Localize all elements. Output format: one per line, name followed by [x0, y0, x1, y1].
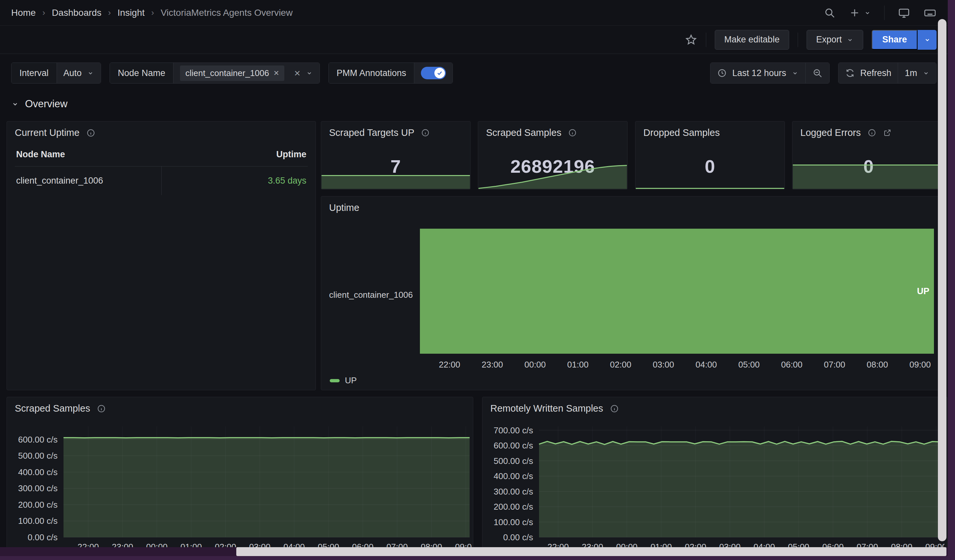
nav-actions [824, 6, 936, 20]
x-tick-label: 09:00 [909, 360, 931, 370]
collapse-chevron-icon [11, 100, 19, 108]
panel-header: Scraped Samples [478, 121, 627, 138]
keyboard-icon[interactable] [924, 6, 936, 19]
refresh-button[interactable]: Refresh [839, 63, 899, 83]
info-icon[interactable] [97, 404, 106, 413]
stat-sparkline [321, 175, 470, 189]
column-node-name[interactable]: Node Name [16, 149, 65, 160]
node-name-variable: Node Name client_container_1006 × × [110, 63, 320, 84]
panel-title: Scraped Samples [486, 127, 561, 138]
panel-header: Scraped Targets UP [321, 121, 470, 138]
clear-selection-icon[interactable]: × [294, 68, 301, 78]
panel-current-uptime: Current Uptime Node Name Uptime client_c… [6, 121, 316, 390]
interval-select[interactable]: Auto [57, 63, 101, 83]
legend-swatch [330, 379, 340, 382]
breadcrumb-dashboards[interactable]: Dashboards [52, 8, 101, 18]
panel-scraped-samples-stat: Scraped Samples 26892196 [478, 121, 628, 189]
export-button[interactable]: Export [806, 30, 863, 50]
horizontal-scrollbar-thumb[interactable] [236, 547, 946, 556]
refresh-interval-value: 1m [905, 68, 917, 78]
make-editable-button[interactable]: Make editable [715, 30, 789, 50]
panel-title: Current Uptime [15, 127, 80, 138]
chevron-down-icon [922, 69, 930, 77]
panel-dropped-samples: Dropped Samples 0 [635, 121, 785, 189]
nav-divider [884, 6, 885, 20]
stat-value: 0 [636, 156, 784, 177]
monitor-icon[interactable] [898, 6, 910, 19]
x-tick-label: 02:00 [610, 360, 631, 370]
svg-text:700.00 c/s: 700.00 c/s [494, 425, 533, 435]
uptime-table: Node Name Uptime client_container_1006 3… [15, 149, 308, 195]
filter-bar: Interval Auto Node Name client_container… [0, 54, 948, 84]
panel-remotely-written-samples: Remotely Written Samples 0.00 c/s100.00 … [482, 397, 947, 556]
x-tick-label: 08:00 [866, 360, 888, 370]
toolbar-divider [706, 33, 706, 47]
breadcrumb-insight[interactable]: Insight [117, 8, 145, 18]
info-icon[interactable] [610, 404, 619, 413]
panel-title: Dropped Samples [643, 127, 720, 138]
interval-variable: Interval Auto [11, 63, 101, 84]
panel-logged-errors: Logged Errors 0 [792, 121, 945, 189]
svg-text:600.00 c/s: 600.00 c/s [494, 441, 533, 451]
node-name-select[interactable]: client_container_1006 × × [174, 63, 319, 83]
external-link-icon[interactable] [883, 128, 892, 137]
toolbar-divider [798, 33, 798, 47]
clock-icon [717, 68, 727, 78]
svg-text:500.00 c/s: 500.00 c/s [18, 451, 58, 461]
node-name-tag[interactable]: client_container_1006 × [180, 66, 284, 81]
uptime-bar[interactable]: UP [420, 229, 934, 354]
time-series-plot[interactable]: 0.00 c/s100.00 c/s200.00 c/s300.00 c/s40… [7, 424, 471, 553]
row-overview-title: Overview [25, 98, 67, 110]
x-tick-label: 00:00 [524, 360, 546, 370]
info-icon[interactable] [421, 128, 430, 137]
info-icon[interactable] [86, 128, 96, 138]
interval-value: Auto [64, 68, 82, 78]
x-tick-label: 05:00 [738, 360, 759, 370]
time-range-value: Last 12 hours [732, 68, 786, 78]
pmm-annotations-toggle[interactable] [421, 67, 446, 79]
legend-item-up[interactable]: UP [330, 375, 357, 386]
panel-header: Logged Errors [792, 121, 945, 138]
x-tick-label: 06:00 [781, 360, 802, 370]
breadcrumb-home[interactable]: Home [11, 8, 36, 18]
panel-header: Dropped Samples [636, 121, 784, 138]
panel-uptime-timeline: Uptime client_container_1006 UP 22:0023:… [321, 196, 945, 390]
info-icon[interactable] [867, 128, 876, 137]
chevron-down-icon [87, 69, 94, 77]
remove-tag-icon[interactable]: × [274, 69, 279, 78]
time-range-picker: Last 12 hours [710, 63, 830, 84]
export-button-label: Export [816, 34, 842, 45]
stat-value: 7 [321, 156, 470, 177]
timeline-x-axis: 22:0023:0000:0001:0002:0003:0004:0005:00… [420, 360, 934, 373]
zoom-out-button[interactable] [806, 63, 829, 83]
vertical-scrollbar-thumb[interactable] [938, 19, 946, 541]
time-series-plot[interactable]: 0.00 c/s100.00 c/s200.00 c/s300.00 c/s40… [482, 424, 944, 553]
panel-scraped-targets-up: Scraped Targets UP 7 [321, 121, 471, 189]
svg-text:400.00 c/s: 400.00 c/s [494, 471, 533, 481]
x-tick-label: 04:00 [695, 360, 717, 370]
search-icon[interactable] [824, 7, 836, 19]
node-name-label: Node Name [110, 63, 174, 83]
add-menu[interactable] [849, 7, 871, 19]
svg-text:400.00 c/s: 400.00 c/s [18, 467, 58, 477]
share-button[interactable]: Share [872, 30, 917, 50]
info-icon[interactable] [568, 128, 577, 137]
svg-text:0.00 c/s: 0.00 c/s [503, 532, 533, 542]
panel-title: Remotely Written Samples [490, 403, 603, 414]
panel-scraped-samples-chart: Scraped Samples 0.00 c/s100.00 c/s200.00… [6, 397, 473, 556]
chevron-right-icon: › [151, 8, 154, 18]
x-tick-label: 03:00 [653, 360, 674, 370]
toggle-knob [434, 68, 445, 78]
svg-text:0.00 c/s: 0.00 c/s [28, 532, 58, 542]
column-uptime[interactable]: Uptime [276, 149, 306, 160]
stat-sparkline [636, 185, 784, 189]
grafana-app: Home › Dashboards › Insight › VictoriaMe… [0, 0, 948, 556]
stat-sparkline [479, 164, 627, 189]
row-overview[interactable]: Overview [11, 98, 936, 110]
refresh-interval-select[interactable]: 1m [898, 63, 936, 83]
panel-header: Remotely Written Samples [482, 397, 947, 414]
top-navbar: Home › Dashboards › Insight › VictoriaMe… [0, 0, 948, 26]
share-options-button[interactable] [917, 30, 936, 50]
time-range-button[interactable]: Last 12 hours [711, 63, 806, 83]
star-icon[interactable] [685, 34, 697, 46]
